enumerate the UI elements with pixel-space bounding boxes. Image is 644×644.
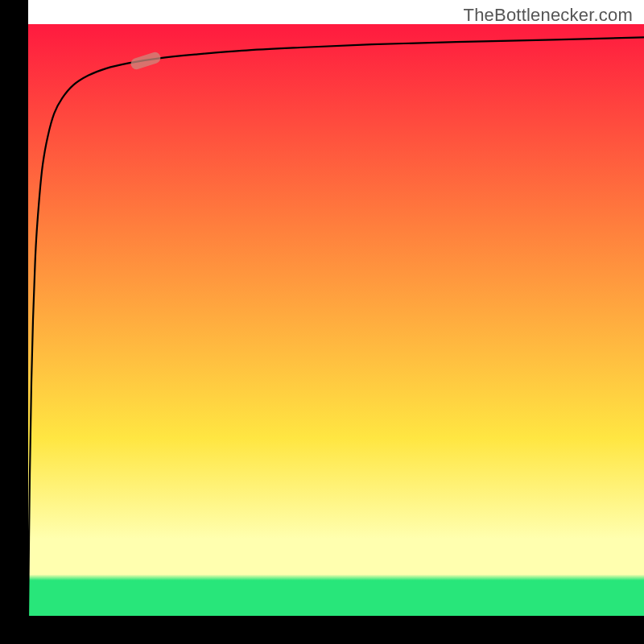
chart-frame: TheBottlenecker.com <box>0 0 644 644</box>
x-axis-band <box>0 616 644 644</box>
gradient-background <box>28 24 644 616</box>
watermark-label: TheBottlenecker.com <box>464 5 633 26</box>
chart-svg <box>0 0 644 644</box>
y-axis-band <box>0 0 28 644</box>
